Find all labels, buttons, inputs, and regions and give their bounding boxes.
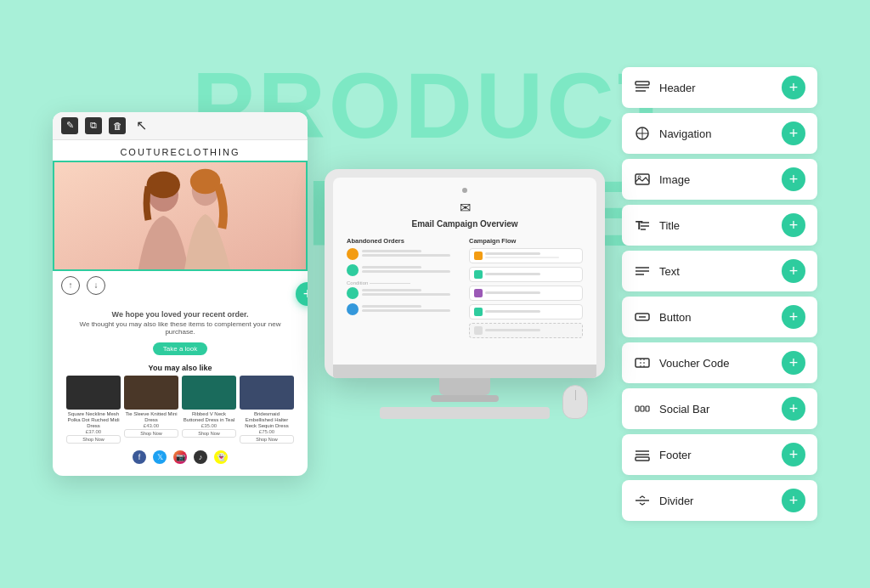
product-grid: Square Neckline Mesh Polka Dot Ruched Mi…	[66, 376, 294, 444]
list-item	[347, 264, 460, 276]
button-add-button[interactable]: +	[782, 305, 805, 329]
email-flow-icon	[474, 270, 483, 279]
list-item	[469, 286, 583, 301]
button-label: Button	[659, 311, 692, 324]
title-add-button[interactable]: +	[782, 213, 805, 237]
email-logo: COUTURECLOTHING	[53, 140, 308, 161]
component-title: T Title +	[622, 205, 817, 246]
social-icons-row: f 𝕏 📷 ♪ 👻	[66, 444, 294, 469]
component-social-bar: Social Bar +	[622, 388, 817, 429]
shop-now-button-1[interactable]: Shop Now	[66, 435, 121, 444]
title-icon: T	[634, 217, 651, 234]
component-footer: Footer +	[622, 434, 817, 475]
header-add-button[interactable]: +	[782, 76, 805, 99]
cursor-indicator: ↖	[136, 117, 147, 133]
mouse-scroll-wheel	[575, 390, 576, 400]
navigation-icon	[634, 125, 651, 142]
list-item: Square Neckline Mesh Polka Dot Ruched Mi…	[66, 376, 121, 444]
svg-rect-23	[636, 457, 649, 461]
navigation-add-button[interactable]: +	[782, 122, 805, 145]
svg-rect-19	[641, 406, 644, 411]
monitor-dot	[462, 188, 467, 193]
edit-icon[interactable]: ✎	[61, 117, 78, 134]
text-icon	[634, 263, 651, 280]
snapchat-icon[interactable]: 👻	[214, 450, 228, 464]
svg-rect-17	[636, 359, 649, 367]
list-item: Bridesmaid Embellished Halter Neck Sequi…	[240, 376, 294, 444]
navigation-label: Navigation	[659, 127, 711, 140]
monitor-base	[333, 365, 596, 378]
list-item	[347, 248, 460, 260]
monitor-title: Email Campaign Overview	[347, 219, 583, 229]
monitor-foot	[431, 395, 499, 402]
divider-label: Divider	[659, 495, 693, 507]
voucher-code-label: Voucher Code	[659, 357, 729, 370]
email-main-message: We hope you loved your recent order. We …	[66, 310, 294, 359]
list-item	[347, 303, 460, 315]
divider-icon	[634, 492, 651, 509]
shop-now-button-4[interactable]: Shop Now	[240, 435, 294, 444]
list-item	[347, 287, 460, 299]
image-label: Image	[659, 173, 690, 186]
you-may-like-heading: You may also like	[66, 364, 294, 372]
text-label: Text	[659, 265, 680, 278]
monitor-screen-content: ✉ Email Campaign Overview Abandoned Orde…	[333, 178, 596, 352]
monitor-columns: Abandoned Orders	[347, 237, 583, 342]
mouse	[562, 385, 588, 419]
title-label: Title	[659, 219, 680, 232]
avatar	[347, 287, 359, 299]
list-item	[469, 323, 583, 338]
instagram-icon[interactable]: 📷	[173, 450, 187, 464]
keyboard	[380, 407, 550, 419]
footer-icon	[634, 446, 651, 463]
main-content: ✎ ⧉ 🗑 ↖ COUTURECLOTHING	[0, 0, 870, 588]
list-item	[469, 304, 583, 319]
email2-flow-icon	[474, 308, 483, 316]
monitor-screen: ✉ Email Campaign Overview Abandoned Orde…	[333, 178, 596, 365]
list-item	[469, 248, 583, 263]
tiktok-icon[interactable]: ♪	[194, 450, 207, 464]
shop-now-button-2[interactable]: Shop Now	[124, 429, 178, 438]
component-navigation: Navigation +	[622, 113, 817, 154]
component-voucher-code: Voucher Code +	[622, 342, 817, 383]
component-header: Header +	[622, 67, 817, 108]
social-bar-add-button[interactable]: +	[782, 397, 805, 421]
monitor: ✉ Email Campaign Overview Abandoned Orde…	[325, 169, 605, 378]
facebook-icon[interactable]: f	[133, 450, 146, 464]
cta-button[interactable]: Take a look	[153, 342, 207, 355]
selected-image-block	[53, 161, 308, 271]
footer-add-button[interactable]: +	[782, 443, 805, 466]
right-col-title: Campaign Flow	[469, 237, 583, 245]
list-item	[469, 267, 583, 282]
move-up-button[interactable]: ↑	[61, 276, 80, 295]
svg-point-3	[147, 171, 180, 198]
move-down-button[interactable]: ↓	[87, 276, 105, 295]
email-body: We hope you loved your recent order. We …	[53, 300, 308, 477]
avatar	[347, 248, 359, 260]
component-button: Button +	[622, 297, 817, 337]
text-add-button[interactable]: +	[782, 259, 805, 283]
image-add-button[interactable]: +	[782, 167, 805, 191]
email-editor: ✎ ⧉ 🗑 ↖ COUTURECLOTHING	[53, 112, 308, 477]
component-divider: Divider +	[622, 480, 817, 521]
voucher-code-add-button[interactable]: +	[782, 351, 805, 375]
left-column: Abandoned Orders	[347, 237, 460, 342]
image-icon	[634, 171, 651, 188]
monitor-stand	[439, 378, 490, 395]
avatar	[347, 303, 359, 315]
left-col-title: Abandoned Orders	[347, 237, 460, 245]
delete-icon[interactable]: 🗑	[109, 117, 126, 134]
shop-now-button-3[interactable]: Shop Now	[182, 429, 236, 438]
monitor-container: ✉ Email Campaign Overview Abandoned Orde…	[325, 169, 605, 419]
right-column: Campaign Flow	[469, 237, 583, 342]
copy-icon[interactable]: ⧉	[85, 117, 102, 134]
divider-add-button[interactable]: +	[782, 489, 805, 512]
list-item: Tie Sleeve Knitted Mini Dress £43.00 Sho…	[124, 376, 178, 444]
component-image: Image +	[622, 159, 817, 200]
voucher-icon	[634, 354, 651, 371]
twitter-icon[interactable]: 𝕏	[153, 450, 167, 464]
condition-label: Condition ————————	[347, 280, 460, 286]
trigger-flow-icon	[474, 252, 483, 260]
social-bar-label: Social Bar	[659, 403, 709, 416]
header-label: Header	[659, 82, 696, 94]
